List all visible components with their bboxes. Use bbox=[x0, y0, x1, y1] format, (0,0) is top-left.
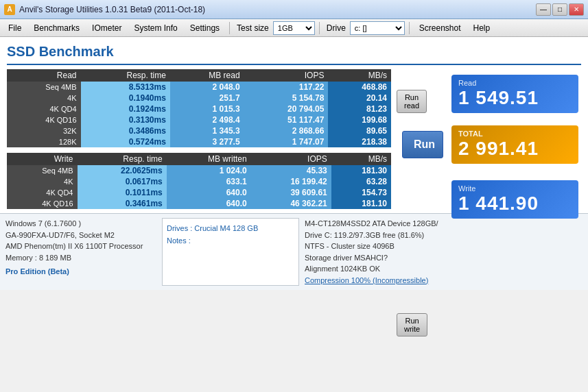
row-label: 4K bbox=[7, 176, 78, 187]
drives-line1: Drives : Crucial M4 128 GB bbox=[167, 223, 294, 235]
read-score-value: 1 549.51 bbox=[458, 87, 572, 109]
table-row: 4K QD16 0.3130ms 2 498.4 51 117.47 199.6… bbox=[7, 114, 391, 125]
memory-info: Memory : 8 189 MB bbox=[5, 252, 156, 264]
menu-separator-1 bbox=[229, 22, 230, 34]
motherboard-info: GA-990FXA-UD7/F6, Socket M2 bbox=[5, 230, 156, 241]
screenshot-button[interactable]: Screenshot bbox=[414, 22, 467, 34]
edition-label: Pro Edition (Beta) bbox=[5, 266, 156, 278]
total-score-value: 2 991.41 bbox=[458, 138, 572, 160]
mb-written: 640.0 bbox=[167, 187, 251, 198]
col-resp-time-w: Resp. time bbox=[78, 153, 167, 165]
iops: 20 794.05 bbox=[244, 103, 329, 114]
mbs: 199.68 bbox=[328, 114, 391, 125]
read-score-box: Read 1 549.51 bbox=[451, 75, 578, 113]
row-label: 32K bbox=[7, 125, 81, 136]
maximize-button[interactable]: □ bbox=[552, 3, 567, 16]
menu-help[interactable]: Help bbox=[468, 22, 496, 34]
table-row: 4K 0.1940ms 251.7 5 154.78 20.14 bbox=[7, 93, 391, 103]
menu-separator-2 bbox=[319, 22, 320, 34]
iops: 5 154.78 bbox=[244, 93, 329, 103]
row-label: 4K QD4 bbox=[7, 103, 81, 114]
mbs: 181.30 bbox=[331, 165, 391, 176]
title-bar: A Anvil's Storage Utilities 1.0.31 Beta9… bbox=[0, 0, 588, 19]
iops: 51 117.47 bbox=[244, 114, 329, 125]
table-row: Seq 4MB 22.0625ms 1 024.0 45.33 181.30 bbox=[7, 165, 391, 176]
menu-benchmarks[interactable]: Benchmarks bbox=[28, 22, 85, 34]
minimize-button[interactable]: — bbox=[536, 3, 551, 16]
menu-file[interactable]: File bbox=[3, 22, 27, 34]
col-mbs: MB/s bbox=[328, 69, 391, 82]
test-size-select[interactable]: 1GB 512MB 256MB bbox=[273, 21, 315, 35]
row-label: Seq 4MB bbox=[7, 165, 78, 176]
table-row: 128K 0.5724ms 3 277.5 1 747.07 218.38 bbox=[7, 136, 391, 147]
resp-time: 0.0617ms bbox=[78, 176, 167, 187]
alignment-info: Alignment 1024KB OK bbox=[305, 263, 583, 275]
mb-read: 2 498.4 bbox=[170, 114, 244, 125]
row-label: 4K QD16 bbox=[7, 198, 78, 209]
table-row: 4K QD16 0.3461ms 640.0 46 362.21 181.10 bbox=[7, 198, 391, 209]
mb-written: 633.1 bbox=[167, 176, 251, 187]
menu-separator-3 bbox=[409, 22, 410, 34]
write-table: Write Resp. time MB written IOPS MB/s Se… bbox=[7, 153, 391, 209]
run-read-button[interactable]: Run read bbox=[397, 90, 427, 113]
resp-time: 8.5313ms bbox=[81, 82, 170, 93]
drive-select[interactable]: c: [] bbox=[350, 21, 405, 35]
cpu-info: AMD Phenom(tm) II X6 1100T Processor bbox=[5, 241, 156, 252]
iops: 39 609.61 bbox=[251, 187, 331, 198]
device-info: M4-CT128M4SSD2 ATA Device 128GB/ Drive C… bbox=[305, 218, 583, 286]
compression-info: Compression 100% (Incompressible) bbox=[305, 275, 583, 286]
row-label: 128K bbox=[7, 136, 81, 147]
right-panel: Run read Read 1 549.51 Run TOTAL 2 991.4… bbox=[397, 69, 581, 209]
iops: 45.33 bbox=[251, 165, 331, 176]
read-table: Read Resp. time MB read IOPS MB/s Seq 4M… bbox=[7, 69, 391, 147]
col-resp-time: Resp. time bbox=[81, 69, 170, 82]
resp-time: 0.3130ms bbox=[81, 114, 170, 125]
ntfs-info: NTFS - Cluster size 4096B bbox=[305, 241, 583, 252]
mbs: 63.28 bbox=[331, 176, 391, 187]
mb-read: 2 048.0 bbox=[170, 82, 244, 93]
title-bar-buttons: — □ ✕ bbox=[536, 3, 584, 16]
mbs: 89.65 bbox=[328, 125, 391, 136]
total-score-label: TOTAL bbox=[458, 130, 572, 138]
menu-settings[interactable]: Settings bbox=[185, 22, 225, 34]
mb-written: 640.0 bbox=[167, 198, 251, 209]
resp-time: 0.5724ms bbox=[81, 136, 170, 147]
mbs: 81.23 bbox=[328, 103, 391, 114]
mb-written: 1 024.0 bbox=[167, 165, 251, 176]
bottom-section: Windows 7 (6.1.7600 ) GA-990FXA-UD7/F6, … bbox=[0, 213, 588, 290]
device-model: M4-CT128M4SSD2 ATA Device 128GB/ bbox=[305, 218, 583, 230]
app-icon: A bbox=[4, 4, 15, 15]
resp-time: 0.1924ms bbox=[81, 103, 170, 114]
write-score-box: Write 1 441.90 bbox=[451, 180, 578, 219]
col-write: Write bbox=[7, 153, 78, 165]
mb-read: 3 277.5 bbox=[170, 136, 244, 147]
resp-time: 0.1940ms bbox=[81, 93, 170, 103]
table-row: Seq 4MB 8.5313ms 2 048.0 117.22 468.86 bbox=[7, 82, 391, 93]
iops: 1 747.07 bbox=[244, 136, 329, 147]
read-score-label: Read bbox=[458, 79, 572, 87]
drives-info-box: Drives : Crucial M4 128 GB Notes : bbox=[162, 218, 299, 286]
resp-time: 0.1011ms bbox=[78, 187, 167, 198]
drive-c-info: Drive C: 119.2/97.3GB free (81.6%) bbox=[305, 230, 583, 241]
run-button[interactable]: Run bbox=[402, 131, 443, 158]
table-row: 32K 0.3486ms 1 345.3 2 868.66 89.65 bbox=[7, 125, 391, 136]
title-bar-text: Anvil's Storage Utilities 1.0.31 Beta9 (… bbox=[19, 5, 536, 14]
os-info: Windows 7 (6.1.7600 ) bbox=[5, 218, 156, 230]
total-score-box: TOTAL 2 991.41 bbox=[451, 125, 578, 164]
col-mbs-w: MB/s bbox=[331, 153, 391, 165]
mbs: 218.38 bbox=[328, 136, 391, 147]
iops: 2 868.66 bbox=[244, 125, 329, 136]
resp-time: 0.3486ms bbox=[81, 125, 170, 136]
run-write-button[interactable]: Run write bbox=[397, 313, 427, 336]
iops: 46 362.21 bbox=[251, 198, 331, 209]
drive-label: Drive bbox=[324, 22, 349, 34]
mbs: 181.10 bbox=[331, 198, 391, 209]
resp-time: 22.0625ms bbox=[78, 165, 167, 176]
col-mb-written: MB written bbox=[167, 153, 251, 165]
menu-iometer[interactable]: IOmeter bbox=[86, 22, 127, 34]
system-info: Windows 7 (6.1.7600 ) GA-990FXA-UD7/F6, … bbox=[5, 218, 156, 286]
menu-system-info[interactable]: System Info bbox=[128, 22, 183, 34]
main-content: SSD Benchmark Read Resp. time MB read IO… bbox=[0, 37, 588, 213]
row-label: 4K QD16 bbox=[7, 114, 81, 125]
close-button[interactable]: ✕ bbox=[569, 3, 584, 16]
